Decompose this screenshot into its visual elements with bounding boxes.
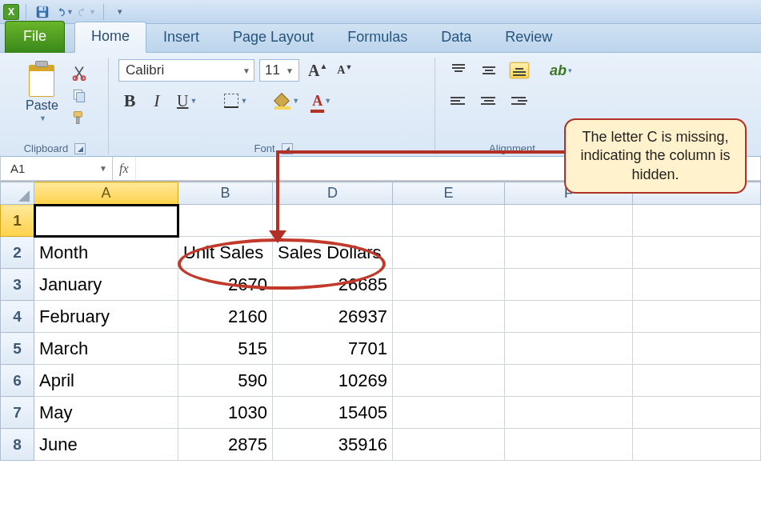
cell[interactable] [633,269,761,301]
cell[interactable]: 2875 [178,429,273,461]
cell[interactable]: 10269 [273,365,393,397]
tab-review[interactable]: Review [488,22,569,53]
font-size-select[interactable]: 11 ▼ [259,59,299,82]
row-header[interactable]: 7 [1,397,34,429]
cell[interactable]: May [34,397,178,429]
cell[interactable] [505,237,633,269]
bold-button[interactable]: B [118,90,141,112]
undo-button[interactable]: ▼ [55,3,74,21]
cell[interactable] [505,269,633,301]
cell[interactable] [178,205,273,237]
cell[interactable] [273,205,393,237]
cell[interactable] [393,365,505,397]
row-header[interactable]: 3 [1,269,34,301]
cell[interactable]: 2160 [178,301,273,333]
cell[interactable]: 15405 [273,397,393,429]
cell[interactable] [393,301,505,333]
customize-qat-button[interactable]: ▾ [110,3,130,21]
align-center-button[interactable] [475,90,503,112]
font-name-select[interactable]: Calibri ▼ [118,59,254,82]
paste-dropdown-caret[interactable]: ▼ [39,114,46,122]
cell[interactable] [505,301,633,333]
cell[interactable] [633,429,761,461]
align-left-button[interactable] [445,90,472,112]
decrease-font-size-button[interactable]: A▼ [333,59,356,82]
cell[interactable] [633,205,761,237]
cell[interactable] [505,429,633,461]
cell[interactable]: 590 [178,365,273,397]
name-box[interactable]: A1 ▼ [1,157,113,180]
cut-button[interactable] [69,64,90,82]
cell[interactable]: 515 [178,333,273,365]
cell[interactable]: 7701 [273,333,393,365]
save-button[interactable] [33,3,52,21]
orientation-button[interactable]: ab▾ [546,59,576,82]
cell[interactable] [393,429,505,461]
row-header[interactable]: 4 [1,301,34,333]
column-header-E[interactable]: E [393,182,505,205]
cell[interactable] [393,269,505,301]
tab-data[interactable]: Data [424,22,488,53]
redo-dropdown-caret[interactable]: ▼ [89,8,96,16]
cell[interactable]: March [34,333,178,365]
row-header[interactable]: 8 [1,429,34,461]
select-all-button[interactable] [1,182,34,205]
worksheet-grid[interactable]: A B D E F 1 2 Month Unit Sales Sales Dol… [0,181,761,461]
tab-page-layout[interactable]: Page Layout [216,22,330,53]
tab-insert[interactable]: Insert [146,22,216,53]
cell[interactable] [393,205,505,237]
tab-formulas[interactable]: Formulas [330,22,424,53]
column-header-D[interactable]: D [273,182,393,205]
font-color-button[interactable]: A▼ [308,90,335,112]
cell[interactable] [505,205,633,237]
cell[interactable] [505,333,633,365]
row-header[interactable]: 1 [1,205,34,237]
cell[interactable]: Month [34,237,178,269]
insert-function-button[interactable]: fx [113,157,136,180]
copy-button[interactable] [69,86,90,104]
cell-A1[interactable] [34,205,178,237]
borders-button[interactable]: ▼ [220,90,251,112]
bottom-align-button[interactable] [506,59,533,82]
increase-font-size-button[interactable]: A▲ [304,59,331,82]
cell[interactable] [393,333,505,365]
fill-color-button[interactable]: ▼ [270,90,303,112]
cell[interactable] [633,301,761,333]
redo-button[interactable]: ▼ [78,3,97,21]
cell[interactable]: 26937 [273,301,393,333]
cell[interactable]: Sales Dollars [273,237,393,269]
cell[interactable] [633,237,761,269]
cell[interactable] [633,365,761,397]
cell[interactable]: 1030 [178,397,273,429]
clipboard-dialog-launcher[interactable]: ◢ [74,143,86,154]
cell[interactable] [393,397,505,429]
row-header[interactable]: 6 [1,365,34,397]
cell[interactable] [393,237,505,269]
cell[interactable]: June [34,429,178,461]
cell[interactable]: 2670 [178,269,273,301]
cell[interactable] [505,365,633,397]
top-align-button[interactable] [445,59,472,82]
cell[interactable]: February [34,301,178,333]
row-header[interactable]: 2 [1,237,34,269]
cell[interactable] [633,333,761,365]
undo-dropdown-caret[interactable]: ▼ [66,8,74,16]
align-right-button[interactable] [506,90,533,112]
middle-align-button[interactable] [475,59,503,82]
cell[interactable] [633,397,761,429]
column-header-A[interactable]: A [34,182,178,205]
format-painter-button[interactable] [69,109,90,126]
cell[interactable]: April [34,365,178,397]
tab-home[interactable]: Home [74,22,146,53]
cell[interactable]: 35916 [273,429,393,461]
underline-button[interactable]: U▼ [173,90,201,112]
column-header-B[interactable]: B [178,182,273,205]
row-header[interactable]: 5 [1,333,34,365]
cell[interactable]: 26685 [273,269,393,301]
cell[interactable]: Unit Sales [178,237,273,269]
paste-button[interactable]: Paste ▼ [20,59,64,125]
cell[interactable]: January [34,269,178,301]
italic-button[interactable]: I [146,90,168,112]
tab-file[interactable]: File [5,21,65,53]
cell[interactable] [505,397,633,429]
